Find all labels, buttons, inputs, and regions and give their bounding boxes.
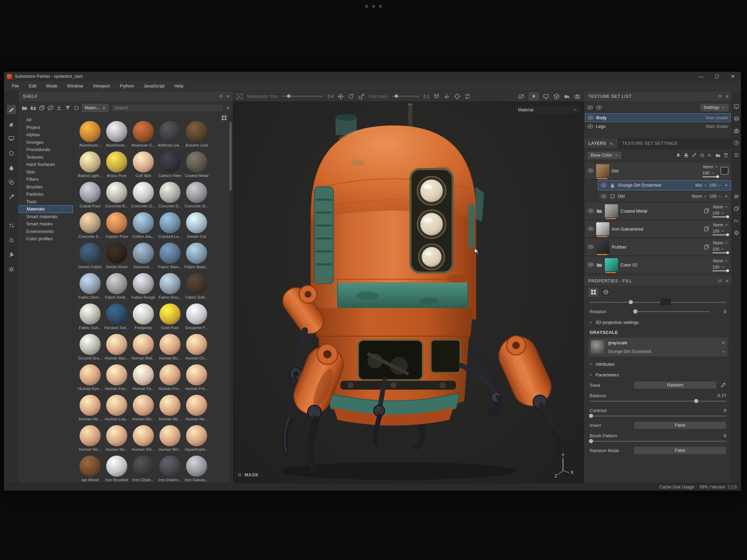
effect-blend-select[interactable]: Norm xyxy=(692,194,707,199)
material-item[interactable]: Iron Diamo... xyxy=(157,456,183,483)
shelf-category-filters[interactable]: Filters xyxy=(19,176,73,183)
material-item[interactable]: Copper Pure xyxy=(103,212,130,243)
grayscale-resource-box[interactable]: grayscale Grunge Dirt Scratched xyxy=(588,338,728,356)
material-item[interactable]: American C... xyxy=(130,121,157,151)
show-all-sets-icon[interactable] xyxy=(587,104,593,111)
material-item[interactable]: Human Fac... xyxy=(103,364,130,395)
material-item[interactable]: Human Fe... xyxy=(130,364,157,395)
material-item[interactable]: Human For... xyxy=(183,364,210,395)
transform-tool-icon[interactable] xyxy=(237,93,243,100)
param-random-mode-button[interactable]: False xyxy=(634,447,726,454)
effect-opacity-select[interactable]: 100 xyxy=(710,183,722,188)
remove-effect-icon[interactable]: × xyxy=(724,194,728,199)
attributes-toggle[interactable]: Attributes xyxy=(584,358,732,369)
material-item[interactable]: Human Mo... xyxy=(130,395,157,425)
material-item[interactable]: Aluminium... xyxy=(103,121,130,151)
material-item[interactable]: Fabric Rou... xyxy=(157,273,183,304)
material-item[interactable]: Human For... xyxy=(157,364,183,395)
layer-trash-icon[interactable] xyxy=(723,152,729,158)
viewport-canvas[interactable] xyxy=(233,102,584,483)
viewport-monitor-icon[interactable] xyxy=(543,93,549,100)
clear-grayscale-icon[interactable] xyxy=(721,341,725,345)
hide-ui-icon[interactable] xyxy=(518,93,524,100)
material-item[interactable]: Gouache P... xyxy=(183,304,210,334)
shelf-stack-icon[interactable] xyxy=(39,105,45,111)
rotation-slider[interactable] xyxy=(635,311,710,312)
pivot-icon[interactable] xyxy=(454,93,460,100)
layer-fx-icon[interactable]: fx xyxy=(707,152,713,158)
material-item[interactable]: Brass Pure xyxy=(103,151,130,182)
undock-texture-set-list-icon[interactable] xyxy=(718,94,722,98)
material-item[interactable]: Fabric Base... xyxy=(183,243,210,273)
texture-set-visibility-icon[interactable] xyxy=(587,123,593,130)
texture-set-visibility-icon[interactable] xyxy=(588,115,594,121)
material-item[interactable]: Human Bu... xyxy=(157,334,183,364)
opacity-select[interactable]: 100 xyxy=(712,265,725,270)
material-item[interactable]: Denim Fabric xyxy=(77,243,103,273)
mask-thumbnail[interactable] xyxy=(721,167,728,175)
edit-seed-icon[interactable] xyxy=(720,382,726,388)
material-item[interactable]: Cobalt Pure xyxy=(77,182,103,212)
sync-icon[interactable] xyxy=(464,93,471,100)
effect-visibility-icon[interactable] xyxy=(601,182,607,188)
effect-blend-select[interactable]: Mul xyxy=(695,183,707,188)
shelf-category-textures[interactable]: Textures xyxy=(19,153,73,161)
layer-row[interactable]: RubberNorm 100 xyxy=(585,238,731,255)
shelf-category-skin[interactable]: Skin xyxy=(19,168,73,176)
projection-settings-toggle[interactable]: 3D projection settings xyxy=(584,317,732,327)
menu-viewport[interactable]: Viewport xyxy=(88,81,115,91)
tab-layers[interactable]: LAYERS xyxy=(584,139,618,148)
texture-set-legs[interactable]: LegsMain shader xyxy=(585,122,731,131)
texture-set-settings-button[interactable]: Settings xyxy=(700,104,729,112)
clear-search-icon[interactable] xyxy=(226,106,230,110)
layer-bucket-icon[interactable] xyxy=(699,152,705,158)
shelf-search-input[interactable] xyxy=(111,104,224,112)
shelf-category-all[interactable]: All xyxy=(19,116,73,124)
channel-select[interactable]: Base Color xyxy=(587,151,622,159)
shelf-category-brushes[interactable]: Brushes xyxy=(19,183,73,191)
panel-toggle-ps[interactable]: Ps xyxy=(734,218,739,225)
filter-chip-materials[interactable]: Materi... xyxy=(82,104,109,112)
blend-mode-select[interactable]: Norm xyxy=(713,205,728,209)
shelf-category-project[interactable]: Project xyxy=(19,124,73,131)
parameters-toggle[interactable]: Parameters xyxy=(584,369,732,380)
texture-set-body[interactable]: BodyMain shader xyxy=(585,113,731,122)
3d-model-spiderbot[interactable] xyxy=(233,102,584,483)
material-item[interactable]: Iron Galvan... xyxy=(183,456,210,483)
tool-clone[interactable] xyxy=(7,178,16,187)
shelf-category-environments[interactable]: Environments xyxy=(19,228,73,235)
opacity-slider[interactable] xyxy=(712,216,728,217)
preview-mode-tab[interactable] xyxy=(601,288,611,297)
opacity-select[interactable]: 100 xyxy=(712,211,725,216)
panel-toggle-stack[interactable] xyxy=(734,206,739,213)
material-item[interactable]: Human No... xyxy=(77,425,103,456)
grayscale-dropdown-icon[interactable] xyxy=(721,350,725,354)
tool-projection[interactable] xyxy=(7,134,16,143)
panel-toggle-monitor[interactable] xyxy=(734,104,739,111)
material-item[interactable]: Diamond ... xyxy=(130,243,157,273)
material-item[interactable]: Cotton Jea... xyxy=(130,212,157,243)
material-item[interactable]: Ground Gra... xyxy=(77,334,103,364)
material-item[interactable]: Concrete B... xyxy=(103,182,130,212)
tool-picker[interactable] xyxy=(7,192,16,201)
scale-slider[interactable] xyxy=(590,302,726,303)
grid-view-toggle-icon[interactable] xyxy=(221,115,227,121)
menu-mode[interactable]: Mode xyxy=(41,81,62,91)
material-item[interactable]: Human Ne... xyxy=(157,395,183,425)
opacity-select[interactable]: 100 xyxy=(702,171,714,176)
remove-effect-icon[interactable]: × xyxy=(724,183,728,188)
tool-smudge[interactable] xyxy=(7,163,16,172)
opacity-slider[interactable] xyxy=(712,270,728,271)
material-item[interactable]: Footprints xyxy=(130,304,157,334)
tool-gear[interactable] xyxy=(7,265,16,274)
material-item[interactable]: Ipe Wood xyxy=(77,456,103,483)
param-brush-pattern-slider[interactable] xyxy=(590,441,726,442)
opacity-select[interactable]: 100 xyxy=(712,229,725,234)
opacity-select[interactable]: 100 xyxy=(712,247,725,252)
material-item[interactable]: Denim Rivet xyxy=(103,243,130,273)
layer-visibility-icon[interactable] xyxy=(588,208,594,214)
filter-icon[interactable] xyxy=(65,105,71,111)
3d-viewport[interactable]: Manipulator Size0.4Grid steps0.1 Materia… xyxy=(233,91,584,483)
menu-help[interactable]: Help xyxy=(169,81,188,91)
material-item[interactable]: Fabric Soft... xyxy=(183,273,210,304)
